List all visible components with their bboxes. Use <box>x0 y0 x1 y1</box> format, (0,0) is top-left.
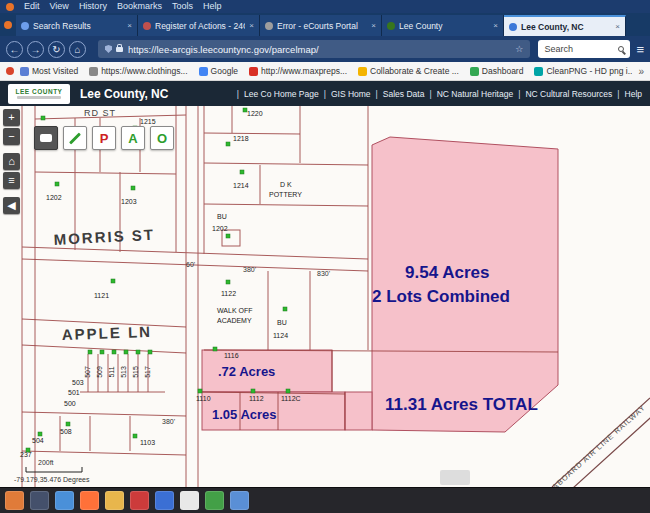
address-tool-button[interactable]: A <box>121 126 145 150</box>
header-menu-gis-home[interactable]: GIS Home <box>319 89 371 99</box>
menu-view[interactable]: View <box>50 0 69 13</box>
tab-close-icon[interactable]: × <box>127 21 132 30</box>
bookmark-https-www-clothings[interactable]: https://www.clothings... <box>89 66 187 76</box>
bookmark-google[interactable]: Google <box>199 66 238 76</box>
address-point <box>133 434 137 438</box>
page-title: Lee County, NC <box>80 87 168 101</box>
tab-close-icon[interactable]: × <box>249 21 254 30</box>
header-menu-nc-natural-heritage[interactable]: NC Natural Heritage <box>424 89 513 99</box>
header-menu-help[interactable]: Help <box>612 89 642 99</box>
firefox-icon[interactable] <box>80 491 99 510</box>
building-footprint <box>222 230 240 246</box>
bookmark-dashboard[interactable]: Dashboard <box>470 66 524 76</box>
address-point <box>226 142 230 146</box>
previous-extent-button[interactable]: ◀ <box>3 197 20 214</box>
tab-error-ecourts-portal[interactable]: Error - eCourts Portal× <box>260 15 382 36</box>
navigation-bar: ← → ↻ ⌂ https://lee-arcgis.leecountync.g… <box>0 36 650 62</box>
address-point <box>100 350 104 354</box>
bookmark-collaborate-create[interactable]: Collaborate & Create ... <box>358 66 459 76</box>
parcel-map-canvas[interactable]: SEABOARD AIR LINE RAILWAY RD ST MORRIS S… <box>0 106 650 487</box>
parcel-number: 1214 <box>233 182 249 189</box>
address-point <box>148 350 152 354</box>
tab-title: Lee County, NC <box>521 22 611 32</box>
folder-icon[interactable] <box>105 491 124 510</box>
parcels-tool-button[interactable]: P <box>92 126 116 150</box>
bookmark-favicon <box>89 67 98 76</box>
header-menu-sales-data[interactable]: Sales Data <box>371 89 425 99</box>
search-label: Search <box>544 44 618 54</box>
parcel-number: 1203 <box>121 198 137 205</box>
zoom-in-button[interactable]: + <box>3 109 20 126</box>
browser-window: EditViewHistoryBookmarksToolsHelp Search… <box>0 0 650 513</box>
app-blue-icon[interactable] <box>155 491 174 510</box>
home-extent-button[interactable]: ⌂ <box>3 153 20 170</box>
comment-bubble-icon <box>40 134 52 142</box>
taskbar <box>0 487 650 513</box>
reload-button[interactable]: ↻ <box>48 41 65 58</box>
menu-edit[interactable]: Edit <box>24 0 40 13</box>
url-text[interactable]: https://lee-arcgis.leecountync.gov/parce… <box>128 44 515 55</box>
address-point <box>226 280 230 284</box>
layers-button[interactable]: ≡ <box>3 172 20 189</box>
header-menu-lee-co-home-page[interactable]: Lee Co Home Page <box>232 89 319 99</box>
tab-lee-county[interactable]: Lee County× <box>382 15 504 36</box>
parcel-number: 1220 <box>247 110 263 117</box>
tab-lee-county-nc[interactable]: Lee County, NC× <box>504 15 626 36</box>
search-box[interactable]: Search <box>538 40 630 58</box>
tab-search-results[interactable]: Search Results× <box>16 15 138 36</box>
menu-tools[interactable]: Tools <box>172 0 193 13</box>
zoom-out-button[interactable]: − <box>3 128 20 145</box>
highlighted-parcels[interactable] <box>202 137 558 432</box>
bookmarks-overflow-icon[interactable]: » <box>632 66 644 77</box>
forward-button[interactable]: → <box>27 41 44 58</box>
back-button[interactable]: ← <box>6 41 23 58</box>
menubar-items: EditViewHistoryBookmarksToolsHelp <box>24 0 221 13</box>
address-bar[interactable]: https://lee-arcgis.leecountync.gov/parce… <box>98 40 530 58</box>
menu-help[interactable]: Help <box>203 0 222 13</box>
measure-tool-button[interactable] <box>63 126 87 150</box>
app-red-icon[interactable] <box>130 491 149 510</box>
lee-county-logo: LEE COUNTY <box>8 84 70 104</box>
tab-bar: Search Results×Register of Actions - 24C… <box>0 13 650 36</box>
chromium-icon[interactable] <box>55 491 74 510</box>
bookmark-cleanpng-hd-png-i[interactable]: CleanPNG - HD png i... <box>534 66 632 76</box>
writer-icon[interactable] <box>230 491 249 510</box>
parcel-number: 1112 <box>249 395 264 402</box>
address-point <box>88 350 92 354</box>
parcel-number: 503 <box>72 379 84 386</box>
header-menu-nc-cultural-resources[interactable]: NC Cultural Resources <box>513 89 612 99</box>
bookmark-star-icon[interactable]: ☆ <box>515 44 523 54</box>
place-label: ACADEMY <box>217 317 252 324</box>
home-button[interactable]: ⌂ <box>69 41 86 58</box>
menu-history[interactable]: History <box>79 0 107 13</box>
taskbar-icons <box>5 491 249 510</box>
bookmark-most-visited[interactable]: Most Visited <box>20 66 78 76</box>
identify-tool-button[interactable] <box>34 126 58 150</box>
parcel-connector <box>345 392 372 430</box>
lot-number: 513 <box>120 366 127 378</box>
bookmark-favicon <box>358 67 367 76</box>
tab-close-icon[interactable]: × <box>615 22 620 31</box>
tab-favicon <box>21 22 29 30</box>
acreage-annotation: 1.05 Acres <box>212 407 277 422</box>
bookmark-http-www-maxpreps[interactable]: http://www.maxpreps... <box>249 66 347 76</box>
lot-number: 511 <box>108 366 115 377</box>
files-icon[interactable] <box>30 491 49 510</box>
spreadsheet-icon[interactable] <box>205 491 224 510</box>
menu-bookmarks[interactable]: Bookmarks <box>117 0 162 13</box>
tab-register-of-actions-24cv0007[interactable]: Register of Actions - 24CV0007× <box>138 15 260 36</box>
menu-icon[interactable]: ≡ <box>636 42 644 57</box>
bookmarks-items: Most Visitedhttps://www.clothings...Goog… <box>20 66 632 76</box>
tab-close-icon[interactable]: × <box>493 21 498 30</box>
app-launcher-icon[interactable] <box>5 491 24 510</box>
owner-tool-button[interactable]: O <box>150 126 174 150</box>
lot-number: 509 <box>96 366 103 378</box>
bookmark-label: http://www.maxpreps... <box>261 66 347 76</box>
tab-close-icon[interactable]: × <box>371 21 376 30</box>
parcel-number: 1202 <box>46 194 62 201</box>
search-icon[interactable] <box>618 46 624 52</box>
parcel-number: 504 <box>32 437 44 444</box>
lot-number: 507 <box>84 366 91 378</box>
text-editor-icon[interactable] <box>180 491 199 510</box>
parcel-number: 1110 <box>196 395 211 402</box>
